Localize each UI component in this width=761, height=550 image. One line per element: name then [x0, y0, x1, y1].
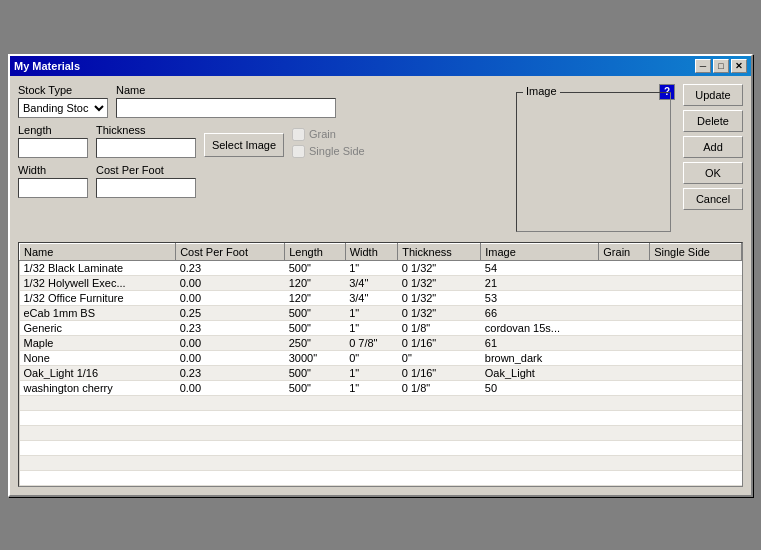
- table-cell: 54: [481, 260, 599, 275]
- table-cell-empty: [285, 395, 345, 410]
- grain-checkbox[interactable]: [292, 128, 305, 141]
- table-cell-empty: [345, 440, 398, 455]
- row-width-cost: Width Cost Per Foot: [18, 164, 508, 198]
- update-button[interactable]: Update: [683, 84, 743, 106]
- table-cell-empty: [285, 440, 345, 455]
- table-cell: 0.23: [176, 260, 285, 275]
- col-width: Width: [345, 243, 398, 260]
- table-cell: 0 1/16": [398, 335, 481, 350]
- add-button[interactable]: Add: [683, 136, 743, 158]
- table-row-empty: [20, 440, 742, 455]
- table-row[interactable]: 1/32 Black Laminate0.23500"1"0 1/32"54: [20, 260, 742, 275]
- table-cell-empty: [20, 425, 176, 440]
- table-cell: 1": [345, 260, 398, 275]
- table-cell: cordovan 15s...: [481, 320, 599, 335]
- table-cell: [650, 290, 742, 305]
- table-cell: [650, 350, 742, 365]
- table-row[interactable]: eCab 1mm BS0.25500"1"0 1/32"66: [20, 305, 742, 320]
- width-input[interactable]: [18, 178, 88, 198]
- cost-input[interactable]: [96, 178, 196, 198]
- grain-row: Grain: [292, 128, 365, 141]
- table-cell: None: [20, 350, 176, 365]
- table-row-empty: [20, 455, 742, 470]
- header-row: Name Cost Per Foot Length Width Thicknes…: [20, 243, 742, 260]
- select-image-button[interactable]: Select Image: [204, 133, 284, 157]
- table-cell-empty: [481, 425, 599, 440]
- length-group: Length: [18, 124, 88, 158]
- table-cell: 0.00: [176, 350, 285, 365]
- table-cell: Generic: [20, 320, 176, 335]
- table-cell: [599, 380, 650, 395]
- thickness-label: Thickness: [96, 124, 196, 136]
- table-cell: 66: [481, 305, 599, 320]
- table-cell-empty: [398, 410, 481, 425]
- table-cell: 120": [285, 290, 345, 305]
- table-row-empty: [20, 470, 742, 485]
- table-cell: 3/4": [345, 290, 398, 305]
- thickness-input[interactable]: [96, 138, 196, 158]
- maximize-button[interactable]: □: [713, 59, 729, 73]
- length-input[interactable]: [18, 138, 88, 158]
- name-group: Name: [116, 84, 336, 118]
- table-cell-empty: [176, 425, 285, 440]
- table-cell: 50: [481, 380, 599, 395]
- table-cell: [599, 260, 650, 275]
- table-cell-empty: [176, 410, 285, 425]
- close-button[interactable]: ✕: [731, 59, 747, 73]
- ok-button[interactable]: OK: [683, 162, 743, 184]
- table-cell: 0 1/8": [398, 320, 481, 335]
- name-input[interactable]: [116, 98, 336, 118]
- table-cell: [650, 380, 742, 395]
- table-cell: 0 1/32": [398, 290, 481, 305]
- single-side-label: Single Side: [309, 145, 365, 157]
- table-cell-empty: [398, 395, 481, 410]
- table-cell-empty: [599, 470, 650, 485]
- table-row-empty: [20, 395, 742, 410]
- table-cell-empty: [176, 440, 285, 455]
- table-cell: [599, 350, 650, 365]
- col-length: Length: [285, 243, 345, 260]
- table-cell-empty: [599, 410, 650, 425]
- table-cell-empty: [481, 395, 599, 410]
- table-row[interactable]: 1/32 Office Furniture0.00120"3/4"0 1/32"…: [20, 290, 742, 305]
- action-buttons: Update Delete Add OK Cancel: [683, 84, 743, 232]
- table-cell: 500": [285, 305, 345, 320]
- row-length-thickness: Length Thickness Select Image G: [18, 124, 508, 158]
- stock-type-group: Stock Type Banding StocSheet StockSolid …: [18, 84, 108, 118]
- stock-type-select[interactable]: Banding StocSheet StockSolid Stock: [18, 98, 108, 118]
- table-cell-empty: [481, 410, 599, 425]
- table-cell-empty: [599, 455, 650, 470]
- col-single-side: Single Side: [650, 243, 742, 260]
- table-cell-empty: [285, 425, 345, 440]
- table-cell: 500": [285, 320, 345, 335]
- table-row[interactable]: washington cherry0.00500"1"0 1/8"50: [20, 380, 742, 395]
- table-row[interactable]: Maple0.00250"0 7/8"0 1/16"61: [20, 335, 742, 350]
- table-cell: [650, 275, 742, 290]
- table-row[interactable]: Generic0.23500"1"0 1/8"cordovan 15s...: [20, 320, 742, 335]
- table-cell-empty: [345, 395, 398, 410]
- select-image-wrapper: Select Image: [204, 129, 284, 157]
- grain-label: Grain: [309, 128, 336, 140]
- table-cell: 0 1/32": [398, 260, 481, 275]
- table-cell: [599, 275, 650, 290]
- table-row[interactable]: None0.003000"0"0"brown_dark: [20, 350, 742, 365]
- table-cell: 0.00: [176, 275, 285, 290]
- table-cell: 0 1/8": [398, 380, 481, 395]
- table-cell: [650, 365, 742, 380]
- cancel-button[interactable]: Cancel: [683, 188, 743, 210]
- table-row[interactable]: 1/32 Holywell Exec...0.00120"3/4"0 1/32"…: [20, 275, 742, 290]
- table-cell-empty: [345, 425, 398, 440]
- table-row[interactable]: Oak_Light 1/160.23500"1"0 1/16"Oak_Light: [20, 365, 742, 380]
- table-cell-empty: [345, 470, 398, 485]
- minimize-button[interactable]: ─: [695, 59, 711, 73]
- table-cell-empty: [20, 410, 176, 425]
- table-cell-empty: [398, 470, 481, 485]
- table-cell: 0.23: [176, 365, 285, 380]
- table-cell-empty: [345, 455, 398, 470]
- table-cell: 3000": [285, 350, 345, 365]
- table-cell-empty: [20, 395, 176, 410]
- table-cell: 1/32 Office Furniture: [20, 290, 176, 305]
- single-side-checkbox[interactable]: [292, 145, 305, 158]
- delete-button[interactable]: Delete: [683, 110, 743, 132]
- table-cell: 1": [345, 320, 398, 335]
